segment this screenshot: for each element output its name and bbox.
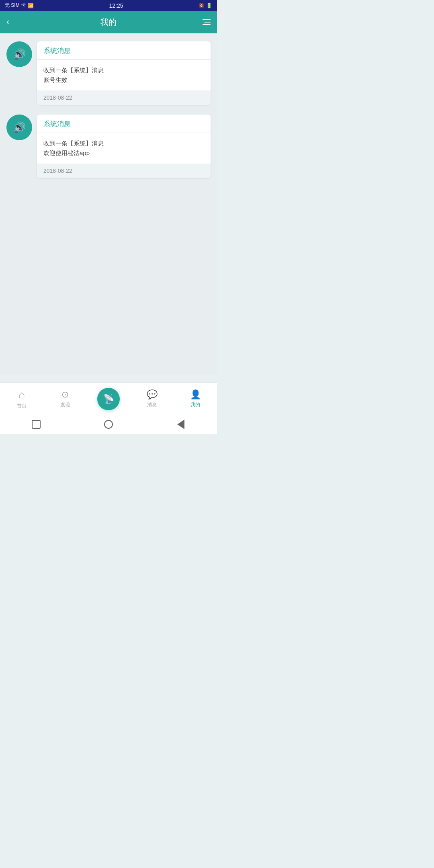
- speaker-icon-1: 🔊: [13, 48, 26, 61]
- card-body-line1-2: 收到一条【系统】消息: [43, 139, 204, 148]
- speaker-icon-2: 🔊: [13, 121, 26, 134]
- center-button[interactable]: 📡: [97, 388, 120, 410]
- card-body-line2-2: 欢迎使用秘法app: [43, 148, 204, 158]
- nav-item-discover[interactable]: ⊙ 发现: [43, 389, 87, 408]
- messages-label: 消息: [147, 401, 157, 408]
- card-footer-1: 2018-08-22: [37, 90, 211, 105]
- card-date-2: 2018-08-22: [43, 168, 72, 174]
- discover-icon: ⊙: [61, 389, 69, 400]
- bottom-nav: ⌂ 首页 ⊙ 发现 📡 💬 消息 👤 我的: [0, 383, 217, 415]
- mine-icon: 👤: [190, 389, 201, 400]
- card-title-1: 系统消息: [43, 47, 71, 55]
- card-body-line2-1: 账号生效: [43, 75, 204, 85]
- message-card-2[interactable]: 系统消息 收到一条【系统】消息 欢迎使用秘法app 2018-08-22: [37, 115, 211, 178]
- status-right: 🔇 🔋: [199, 3, 212, 8]
- nav-item-messages[interactable]: 💬 消息: [130, 389, 174, 408]
- status-left: 无 SIM 卡 📶: [5, 2, 34, 9]
- mine-label: 我的: [190, 401, 200, 408]
- card-footer-2: 2018-08-22: [37, 164, 211, 178]
- battery-icon: 🔋: [206, 3, 212, 8]
- back-button[interactable]: ‹: [6, 17, 21, 27]
- message-item-2[interactable]: 🔊 系统消息 收到一条【系统】消息 欢迎使用秘法app 2018-08-22: [6, 115, 211, 178]
- card-title-2: 系统消息: [43, 120, 71, 128]
- wifi-icon: 📶: [28, 3, 34, 8]
- content-area: 🔊 系统消息 收到一条【系统】消息 账号生效 2018-08-22 🔊 系统消息: [0, 33, 217, 375]
- menu-button[interactable]: [196, 19, 211, 25]
- square-icon: [32, 420, 41, 429]
- nav-item-center[interactable]: 📡: [87, 388, 130, 410]
- message-avatar-1: 🔊: [6, 41, 32, 67]
- menu-line-2: [204, 22, 211, 23]
- card-body-1: 收到一条【系统】消息 账号生效: [37, 60, 211, 90]
- system-nav: [0, 415, 217, 434]
- circle-icon: [104, 420, 113, 429]
- menu-line-3: [203, 24, 211, 25]
- card-header-2: 系统消息: [37, 115, 211, 133]
- card-date-1: 2018-08-22: [43, 94, 72, 101]
- nav-item-home[interactable]: ⌂ 首页: [0, 389, 43, 409]
- message-item-1[interactable]: 🔊 系统消息 收到一条【系统】消息 账号生效 2018-08-22: [6, 41, 211, 105]
- card-header-1: 系统消息: [37, 41, 211, 60]
- message-avatar-2: 🔊: [6, 115, 32, 140]
- sim-status: 无 SIM 卡: [5, 2, 26, 9]
- discover-label: 发现: [60, 401, 70, 408]
- header: ‹ 我的: [0, 11, 217, 33]
- mute-icon: 🔇: [199, 3, 205, 8]
- menu-line-1: [203, 19, 211, 20]
- sys-square-button[interactable]: [31, 419, 42, 430]
- status-time: 12:25: [109, 2, 123, 9]
- page-title: 我的: [100, 17, 117, 28]
- card-body-line1-1: 收到一条【系统】消息: [43, 66, 204, 75]
- messages-icon: 💬: [147, 389, 158, 400]
- sys-back-button[interactable]: [175, 419, 186, 430]
- home-label: 首页: [17, 403, 27, 409]
- triangle-icon: [177, 420, 184, 429]
- message-card-1[interactable]: 系统消息 收到一条【系统】消息 账号生效 2018-08-22: [37, 41, 211, 105]
- home-icon: ⌂: [18, 389, 25, 401]
- nav-item-mine[interactable]: 👤 我的: [174, 389, 217, 408]
- card-body-2: 收到一条【系统】消息 欢迎使用秘法app: [37, 133, 211, 164]
- status-bar: 无 SIM 卡 📶 12:25 🔇 🔋: [0, 0, 217, 11]
- robot-icon: 📡: [103, 394, 114, 404]
- sys-home-button[interactable]: [103, 419, 114, 430]
